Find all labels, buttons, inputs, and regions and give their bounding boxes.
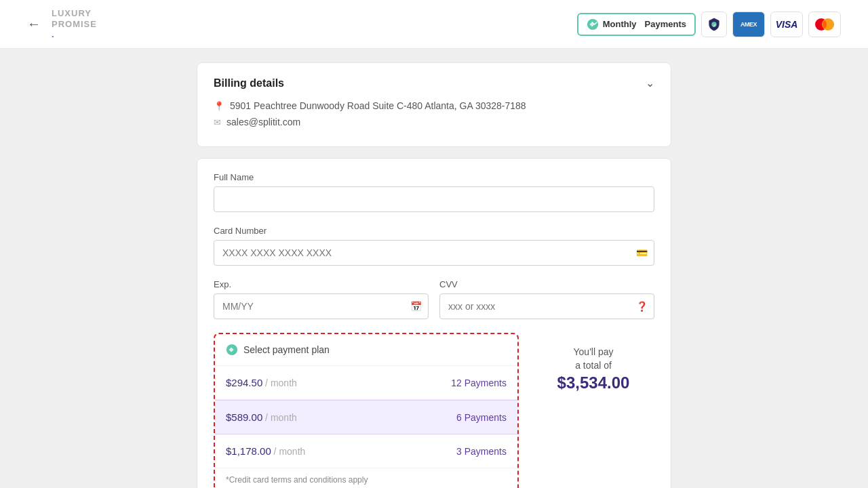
mastercard-badge [808, 12, 841, 37]
plan-3-amount: $1,178.00 / month [226, 445, 305, 457]
cvv-input[interactable] [439, 293, 654, 319]
credit-note: *Credit card terms and conditions apply [215, 468, 517, 488]
plan-6-count: 6 Payments [456, 412, 507, 423]
billing-email-row: ✉ sales@splitit.com [214, 117, 654, 127]
amex-badge: AMEX [732, 12, 765, 37]
logo-dot: . [52, 29, 97, 40]
plan-option-3[interactable]: $1,178.00 / month 3 Payments [215, 434, 517, 468]
cvv-col: CVV ❓ [439, 279, 654, 319]
payment-plan-box: Select payment plan $294.50 / month 12 P… [214, 333, 519, 488]
card-number-label: Card Number [214, 226, 654, 236]
form-card: Full Name Card Number 💳 Exp. 📅 [197, 158, 671, 488]
exp-label: Exp. [214, 279, 429, 289]
header-right: Monthly Payments ✓ AMEX VISA [577, 12, 841, 37]
billing-header: Billing details ⌄ [214, 77, 654, 89]
back-button[interactable]: ← [27, 16, 41, 32]
plan-12-amount: $294.50 / month [226, 377, 297, 388]
splitit-icon [587, 18, 599, 30]
logo: LUXURY PROMISE. [52, 8, 97, 40]
mastercard-icon [814, 18, 835, 31]
amex-label: AMEX [741, 21, 757, 28]
cvv-wrapper: ❓ [439, 293, 654, 319]
shield-icon: ✓ [707, 17, 722, 32]
shield-badge: ✓ [701, 12, 727, 37]
full-name-row: Full Name [214, 172, 654, 212]
billing-email: sales@splitit.com [226, 117, 300, 127]
help-icon: ❓ [636, 301, 648, 312]
cvv-label: CVV [439, 279, 654, 289]
visa-badge: VISA [770, 12, 803, 37]
plan-3-per: / month [271, 446, 306, 457]
card-number-row: Card Number 💳 [214, 226, 654, 266]
plan-option-12[interactable]: $294.50 / month 12 Payments [215, 366, 517, 400]
plan-6-per: / month [262, 412, 297, 423]
plan-3-count: 3 Payments [456, 446, 507, 457]
logo-line2: PROMISE. [52, 19, 97, 40]
monthly-label1: Monthly [603, 19, 637, 29]
total-line1: You'll pay [546, 346, 641, 357]
monthly-payments-button[interactable]: Monthly Payments [577, 13, 696, 36]
plan-12-count: 12 Payments [451, 378, 507, 388]
billing-address: 5901 Peachtree Dunwoody Road Suite C-480… [230, 100, 526, 111]
billing-chevron[interactable]: ⌄ [646, 77, 654, 89]
total-line2: a total of [546, 360, 641, 371]
exp-cvv-row: Exp. 📅 CVV ❓ [214, 279, 654, 319]
email-icon: ✉ [214, 117, 221, 127]
billing-card: Billing details ⌄ 📍 5901 Peachtree Dunwo… [197, 62, 671, 147]
exp-input[interactable] [214, 293, 429, 319]
main-content: Billing details ⌄ 📍 5901 Peachtree Dunwo… [0, 49, 868, 488]
full-name-input[interactable] [214, 186, 654, 212]
content-wrapper: Billing details ⌄ 📍 5901 Peachtree Dunwo… [197, 62, 671, 488]
card-number-wrapper: 💳 [214, 240, 654, 266]
visa-label: VISA [776, 19, 798, 30]
monthly-label2: Payments [645, 19, 686, 29]
payment-plan-label: Select payment plan [243, 344, 330, 355]
plan-12-per: / month [262, 378, 297, 388]
exp-wrapper: 📅 [214, 293, 429, 319]
header-left: ← LUXURY PROMISE. [27, 8, 97, 40]
payment-plan-header: Select payment plan [215, 334, 517, 366]
full-name-label: Full Name [214, 172, 654, 182]
logo-line1: LUXURY [52, 8, 97, 19]
card-number-input[interactable] [214, 240, 654, 266]
total-box: You'll pay a total of $3,534.00 [532, 333, 654, 406]
location-icon: 📍 [214, 101, 224, 111]
card-icon: 💳 [636, 247, 648, 258]
total-amount: $3,534.00 [546, 373, 641, 392]
billing-title: Billing details [214, 77, 284, 89]
exp-col: Exp. 📅 [214, 279, 429, 319]
page-header: ← LUXURY PROMISE. Monthly Payments ✓ AME… [0, 0, 868, 49]
lower-section: Select payment plan $294.50 / month 12 P… [214, 333, 654, 488]
calendar-icon: 📅 [410, 301, 422, 312]
billing-address-row: 📍 5901 Peachtree Dunwoody Road Suite C-4… [214, 100, 654, 111]
plan-option-6[interactable]: $589.00 / month 6 Payments [215, 400, 517, 434]
plan-6-amount: $589.00 / month [226, 411, 297, 423]
splitit-plan-icon [226, 344, 238, 356]
svg-text:✓: ✓ [713, 22, 716, 27]
